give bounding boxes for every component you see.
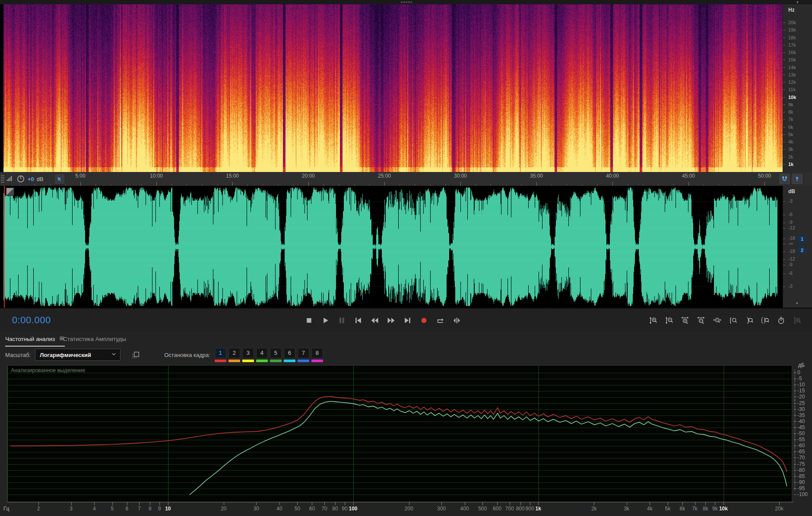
hold-button-1[interactable]: 1 — [215, 348, 226, 362]
transport-record-button[interactable] — [417, 314, 430, 327]
zoom-in-point-button[interactable] — [726, 314, 739, 327]
tab-amplitude-statistics[interactable]: Статистика Амплитуды — [63, 332, 126, 346]
zoom-full-icon — [713, 316, 721, 325]
playhead[interactable] — [4, 186, 5, 308]
scale-scroll-down-icon[interactable]: ▴ — [796, 301, 798, 305]
hold-button-4[interactable]: 4 — [256, 348, 268, 362]
levels-meter-icon[interactable] — [6, 175, 14, 183]
zoom-in-time-button[interactable] — [679, 314, 691, 327]
hold-button-7[interactable]: 7 — [298, 348, 309, 362]
transport-fast-forward-button[interactable] — [384, 314, 397, 327]
y-axis-tick — [794, 397, 796, 397]
ruler-tick — [156, 182, 157, 186]
frequency-scale-tick — [783, 75, 785, 75]
ruler-tick — [612, 182, 613, 186]
copy-graph-button[interactable] — [132, 351, 140, 359]
frequency-scale-tick — [783, 89, 785, 90]
spectrogram-panel[interactable] — [0, 4, 783, 172]
x-axis-label: 4k — [647, 506, 653, 512]
gain-value[interactable]: +0 — [28, 176, 34, 182]
transport-play-button[interactable] — [319, 314, 332, 327]
hold-button-8[interactable]: 8 — [311, 348, 323, 362]
y-axis-tick — [794, 379, 796, 379]
frequency-scale[interactable]: Hz 20k19k18k17k16k15k14k13k12k11k10k9k8k… — [783, 4, 812, 172]
stopwatch-icon — [777, 316, 785, 325]
frequency-scale-label: 4k — [788, 140, 793, 144]
x-axis-tick — [38, 502, 39, 505]
tab-frequency-analysis[interactable]: Частотный анализ — [5, 332, 65, 347]
transport-loop-playback-button[interactable] — [434, 314, 447, 327]
frequency-scale-tick — [783, 157, 785, 157]
hold-button-6[interactable]: 6 — [284, 348, 295, 362]
x-axis-label: 5k — [665, 506, 671, 512]
x-axis-label: 10 — [165, 506, 171, 512]
frequency-scale-tick — [783, 149, 785, 150]
spectral-edit-toggle[interactable] — [6, 188, 14, 196]
frequency-scale-label: 14k — [788, 65, 796, 70]
marker-button[interactable] — [791, 173, 803, 185]
scale-dropdown-value: Логарифмический — [40, 352, 91, 358]
hold-button-5[interactable]: 5 — [270, 348, 282, 362]
frequency-scale-label: 13k — [788, 73, 796, 77]
transport-skip-selection-button[interactable] — [450, 314, 463, 327]
zoom-out-amplitude-button[interactable] — [663, 314, 676, 327]
pin-playhead-button[interactable] — [54, 173, 65, 185]
zoom-out-time-button[interactable] — [695, 314, 707, 327]
transport-pause-button[interactable] — [335, 314, 348, 327]
zoom-selection-button[interactable] — [758, 314, 771, 327]
hold-button-2[interactable]: 2 — [228, 348, 240, 362]
transport-stop-button[interactable] — [302, 314, 315, 327]
zoom-playhead-button[interactable] — [790, 314, 803, 327]
x-axis-label: 100 — [349, 506, 358, 512]
y-axis-tick — [794, 464, 796, 465]
ruler-time-label: 40:00 — [606, 173, 619, 179]
waveform-canvas[interactable] — [3, 186, 777, 308]
hold-button-3[interactable]: 3 — [242, 348, 254, 362]
frequency-scale-tick — [783, 164, 785, 165]
spectrogram-canvas[interactable] — [3, 4, 783, 172]
zoom-out-point-button[interactable] — [742, 314, 755, 327]
scale-scroll-up-icon[interactable]: ▾ — [796, 0, 799, 4]
amplitude-scale[interactable]: dB -3-6-9-12-18-∞-18-12-9-6-3 12 ▴ — [783, 186, 812, 308]
waveform-panel[interactable] — [0, 186, 783, 308]
frequency-scale-label: 19k — [788, 28, 796, 32]
stopwatch-button[interactable] — [774, 314, 787, 327]
channel-badge-2[interactable]: 2 — [798, 247, 806, 254]
y-axis-tick — [794, 409, 796, 410]
y-axis-minor-ticks — [794, 369, 796, 491]
x-axis-tick — [324, 502, 325, 505]
zoom-full-button[interactable] — [710, 314, 723, 327]
panel-drag-handle[interactable] — [401, 1, 412, 3]
x-axis-label: 9 — [158, 506, 161, 512]
channel-badge-1[interactable]: 1 — [798, 236, 806, 242]
zoom-in-time-icon — [681, 316, 689, 325]
x-axis-tick — [312, 502, 312, 505]
transport-rewind-button[interactable] — [368, 314, 381, 327]
hold-buttons: 12345678 — [215, 348, 323, 362]
transport-skip-to-start-button[interactable] — [352, 314, 365, 327]
x-axis-unit: Гц — [3, 506, 9, 512]
transport-bar: 0:00.000 — [0, 308, 812, 333]
frequency-scale-label: 8k — [788, 110, 793, 115]
transport-skip-to-end-button[interactable] — [401, 314, 414, 327]
y-axis-tick — [794, 476, 796, 477]
toolbar-grip[interactable] — [1, 174, 4, 184]
frequency-scale-tick — [783, 127, 785, 127]
y-axis-tick — [794, 391, 796, 391]
y-axis-label: -5 — [797, 376, 802, 381]
frequency-scale-label: 16k — [788, 50, 796, 55]
zoom-in-amplitude-button[interactable] — [647, 314, 660, 327]
skip-to-start-icon — [354, 316, 362, 325]
ruler-tick — [308, 182, 309, 186]
time-display[interactable]: 0:00.000 — [12, 315, 51, 326]
frequency-scale-title: Hz — [788, 7, 795, 13]
amplitude-scale-tick — [783, 265, 785, 265]
snapping-toggle-button[interactable] — [778, 173, 791, 185]
timeline-ruler[interactable]: +0 dB 5:0010:0015:0020:0025:0030:0035:00… — [0, 172, 812, 186]
hold-button-color — [242, 360, 254, 362]
scale-dropdown[interactable]: Логарифмический — [35, 349, 121, 361]
ruler-time-label: 15:00 — [226, 173, 239, 179]
frequency-scale-label: 3k — [788, 147, 793, 152]
hold-button-number: 4 — [256, 348, 268, 358]
gain-knob-icon[interactable] — [16, 175, 25, 183]
